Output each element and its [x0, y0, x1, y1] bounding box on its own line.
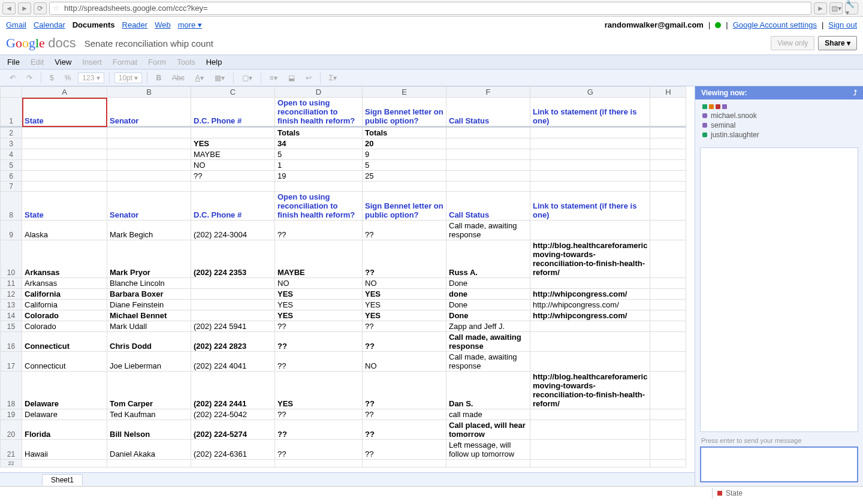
cell[interactable]: Alaska	[22, 221, 107, 240]
cell[interactable]: Done	[446, 278, 530, 289]
cell[interactable]	[446, 460, 530, 467]
cell[interactable]: YES	[275, 372, 363, 409]
cell[interactable]	[107, 171, 191, 182]
cell[interactable]	[650, 221, 686, 240]
cell[interactable]: ??	[363, 409, 446, 420]
cell[interactable]: http://whipcongress.com/	[530, 300, 650, 310]
cell[interactable]: Senator	[107, 98, 191, 127]
cell[interactable]: ??	[363, 321, 446, 332]
url-input[interactable]	[63, 4, 811, 13]
cell[interactable]: Delaware	[22, 409, 107, 420]
grid[interactable]: ABCDEFGH1StateSenatorD.C. Phone #Open to…	[0, 86, 686, 467]
cell[interactable]: Ted Kaufman	[107, 409, 191, 420]
row-header[interactable]: 3	[1, 138, 22, 149]
cell[interactable]: Delaware	[22, 372, 107, 409]
cell[interactable]	[650, 372, 686, 409]
cell[interactable]	[107, 138, 191, 149]
cell[interactable]: Sign Bennet letter on public option?	[363, 98, 446, 127]
cell[interactable]: 1	[275, 160, 363, 171]
cell[interactable]: Connecticut	[22, 332, 107, 352]
cell[interactable]	[650, 420, 686, 440]
cell[interactable]	[530, 127, 650, 138]
row-header[interactable]: 20	[1, 420, 22, 440]
cell[interactable]: 19	[275, 171, 363, 182]
back-button[interactable]: ◄	[2, 2, 16, 14]
cell[interactable]: Call made, awaiting response	[446, 352, 530, 372]
cell[interactable]: http://blog.healthcareforamericmoving-to…	[530, 372, 650, 409]
cell[interactable]: Hawaii	[22, 440, 107, 460]
row-header[interactable]: 4	[1, 149, 22, 160]
cell[interactable]: Colorado	[22, 321, 107, 332]
cell[interactable]: Russ A.	[446, 240, 530, 278]
cell[interactable]: Left message, will follow up tomorrow	[446, 440, 530, 460]
reload-button[interactable]: ⟳	[34, 2, 47, 14]
cell[interactable]: ??	[363, 440, 446, 460]
cell[interactable]: Totals	[363, 127, 446, 138]
cell[interactable]	[530, 171, 650, 182]
cell[interactable]: Call made, awaiting response	[446, 332, 530, 352]
cell[interactable]: Zapp and Jeff J.	[446, 321, 530, 332]
cell[interactable]: California	[22, 289, 107, 300]
cell[interactable]: 5	[363, 160, 446, 171]
cell[interactable]	[275, 460, 363, 467]
cell[interactable]: Barbara Boxer	[107, 289, 191, 300]
cell[interactable]	[650, 192, 686, 221]
cell[interactable]	[22, 127, 107, 138]
cell[interactable]	[22, 171, 107, 182]
cell[interactable]: MAYBE	[275, 240, 363, 278]
col-header[interactable]: B	[107, 87, 191, 98]
reader-link[interactable]: Reader	[122, 20, 148, 29]
cell[interactable]: ??	[191, 171, 275, 182]
cell[interactable]	[191, 278, 275, 289]
cell[interactable]	[530, 182, 650, 192]
cell[interactable]	[650, 460, 686, 467]
cell[interactable]	[191, 300, 275, 310]
col-header[interactable]: C	[191, 87, 275, 98]
cell[interactable]	[650, 182, 686, 192]
more-link[interactable]: more ▾	[178, 20, 202, 29]
menu-help[interactable]: Help	[206, 58, 222, 67]
cell[interactable]: California	[22, 300, 107, 310]
cell[interactable]	[446, 171, 530, 182]
cell[interactable]: Call made, awaiting response	[446, 221, 530, 240]
cell[interactable]: Call placed, will hear tomorrow	[446, 420, 530, 440]
cell[interactable]: NO	[275, 278, 363, 289]
cell[interactable]	[22, 460, 107, 467]
row-header[interactable]: 9	[1, 221, 22, 240]
cell[interactable]: Florida	[22, 420, 107, 440]
cell[interactable]	[530, 332, 650, 352]
cell[interactable]: YES	[363, 310, 446, 321]
cell[interactable]	[446, 149, 530, 160]
cell[interactable]: (202) 224 5941	[191, 321, 275, 332]
row-header[interactable]: 17	[1, 352, 22, 372]
cell[interactable]: (202) 224 2353	[191, 240, 275, 278]
cell[interactable]	[530, 138, 650, 149]
cell[interactable]	[363, 460, 446, 467]
web-link[interactable]: Web	[155, 20, 171, 29]
row-header[interactable]: 19	[1, 409, 22, 420]
cell[interactable]: done	[446, 289, 530, 300]
cell[interactable]	[530, 149, 650, 160]
cell[interactable]	[191, 310, 275, 321]
cell[interactable]: Colorado	[22, 310, 107, 321]
cell[interactable]: call made	[446, 409, 530, 420]
cell[interactable]: 9	[363, 149, 446, 160]
cell[interactable]	[650, 300, 686, 310]
cell[interactable]: Link to statement (if there is one)	[530, 192, 650, 221]
cell[interactable]: YES	[275, 289, 363, 300]
cell[interactable]: Mark Udall	[107, 321, 191, 332]
grid-scroll[interactable]: ABCDEFGH1StateSenatorD.C. Phone #Open to…	[0, 86, 695, 472]
cell[interactable]	[107, 460, 191, 467]
cell[interactable]: Mark Pryor	[107, 240, 191, 278]
cell[interactable]: Mark Begich	[107, 221, 191, 240]
cell[interactable]	[191, 289, 275, 300]
col-header[interactable]: A	[22, 87, 107, 98]
cell[interactable]: Open to using reconciliation to finish h…	[275, 98, 363, 127]
wrench-icon[interactable]: 🔧▾	[845, 2, 858, 14]
cell[interactable]: Call Status	[446, 192, 530, 221]
cell[interactable]	[650, 332, 686, 352]
cell[interactable]: ??	[275, 440, 363, 460]
collapse-icon[interactable]: ⤴	[853, 89, 857, 97]
cell[interactable]	[275, 182, 363, 192]
cell[interactable]: Daniel Akaka	[107, 440, 191, 460]
